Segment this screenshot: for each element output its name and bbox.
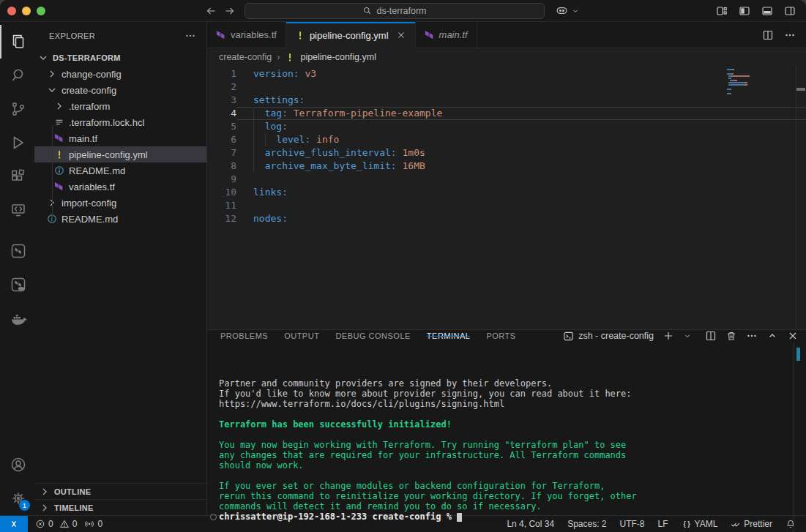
terminal-output[interactable]: Partner and community providers are sign… (207, 342, 806, 532)
minimap-line (727, 71, 761, 72)
tree-item-.terraform.lock.hcl[interactable]: .terraform.lock.hcl (34, 114, 206, 130)
tab-variables.tf[interactable]: variables.tf (207, 22, 286, 48)
panel-tab-problems[interactable]: PROBLEMS (220, 330, 268, 342)
activity-bar-item-explorer[interactable] (0, 25, 34, 59)
ports-count: 0 (97, 519, 102, 529)
toggle-sidebar-icon[interactable] (739, 5, 750, 17)
editor[interactable]: 1 version: v3 2 3 settings: 4 tag: Terra… (207, 66, 806, 329)
kill-terminal-icon[interactable] (725, 330, 737, 342)
tree-item-readme.md[interactable]: README.md (34, 162, 206, 179)
terraform-icon (216, 30, 226, 40)
sidebar-section-timeline[interactable]: TIMELINE (34, 499, 206, 515)
close-tab-icon[interactable] (396, 30, 406, 40)
breadcrumb[interactable]: create-config › pipeline-config.yml (207, 48, 806, 66)
tree-item-main.tf[interactable]: main.tf (34, 130, 206, 146)
terminal-launch-dropdown-icon[interactable] (683, 330, 692, 342)
split-editor-icon[interactable] (762, 29, 774, 41)
error-icon (35, 519, 45, 529)
scrollbar[interactable] (796, 66, 806, 329)
customize-layout-icon[interactable] (716, 5, 728, 17)
line-number: 11 (207, 199, 236, 212)
account-icon (10, 456, 27, 473)
activity-bar: 1 (0, 22, 34, 515)
tree-item-.terraform[interactable]: .terraform (34, 98, 206, 114)
breadcrumb-file[interactable]: pipeline-config.yml (300, 52, 376, 62)
activity-bar-item-source-control[interactable] (0, 92, 34, 126)
remote-indicator[interactable] (0, 516, 28, 532)
tree-item-label: main.tf (69, 133, 97, 144)
chevron-right-icon (46, 68, 58, 80)
code-token: nodes: (253, 213, 288, 224)
minimize-traffic-light[interactable] (22, 7, 31, 15)
close-panel-icon[interactable] (787, 330, 799, 342)
line-content: archive_max_byte_limit: 16MB (236, 160, 806, 173)
info-icon (53, 165, 65, 176)
terminal-session[interactable]: zsh - create-config (563, 331, 654, 342)
panel-tab-debug-console[interactable]: DEBUG CONSOLE (335, 330, 410, 342)
settings-badge: 1 (19, 500, 30, 511)
remote-explorer-icon (10, 201, 27, 219)
new-terminal-icon[interactable] (663, 330, 674, 342)
editor-more-actions-icon[interactable] (784, 29, 796, 41)
file-lines-icon (53, 116, 65, 128)
code-token (253, 108, 265, 119)
activity-bar-item-docker[interactable] (0, 301, 34, 335)
indent-guide (253, 107, 254, 173)
forward-icon[interactable] (224, 5, 236, 17)
terminal-icon (563, 331, 574, 342)
tree-item-ds-terraform[interactable]: DS-TERRAFORM (34, 50, 206, 66)
minimap-line (727, 75, 761, 77)
ports-indicator[interactable]: 0 (84, 519, 102, 529)
panel-more-actions-icon[interactable] (746, 330, 758, 342)
error-count: 0 (48, 519, 53, 529)
code-line: 12 nodes: (207, 212, 806, 225)
minimap[interactable] (727, 69, 761, 95)
chevron-right-icon (39, 502, 51, 514)
activity-bar-item-manage[interactable]: 1 (0, 482, 34, 515)
breadcrumb-separator: › (277, 52, 280, 62)
toggle-secondary-sidebar-icon[interactable] (784, 5, 796, 17)
tree-item-import-config[interactable]: import-config (34, 195, 206, 211)
tab-label: pipeline-config.yml (310, 30, 389, 41)
tree-item-readme.md[interactable]: README.md (34, 211, 206, 227)
tree-item-variables.tf[interactable]: variables.tf (34, 179, 206, 195)
toggle-panel-icon[interactable] (761, 5, 773, 17)
panel-tab-terminal[interactable]: TERMINAL (427, 330, 471, 342)
activity-bar-item-search[interactable] (0, 59, 34, 92)
code-line: 8 archive_max_byte_limit: 16MB (207, 160, 806, 173)
code-line: 9 (207, 173, 806, 186)
breadcrumb-folder[interactable]: create-config (219, 52, 272, 62)
terminal-line: Partner and community providers are sign… (219, 378, 806, 389)
tab-pipeline-config.yml[interactable]: pipeline-config.yml (286, 22, 416, 48)
tree-item-pipeline-config.yml[interactable]: pipeline-config.yml (34, 146, 206, 162)
copilot-menu[interactable] (555, 4, 580, 18)
search-icon (10, 67, 27, 84)
minimap-line (727, 84, 761, 86)
activity-bar-item-remote-explorer[interactable] (0, 193, 34, 227)
problems-indicator[interactable]: 0 0 (35, 519, 77, 529)
tab-main.tf[interactable]: main.tf (416, 22, 477, 48)
activity-bar-item-run-and-debug[interactable] (0, 126, 34, 160)
panel-tab-ports[interactable]: PORTS (486, 330, 515, 342)
back-icon[interactable] (205, 5, 217, 17)
split-terminal-icon[interactable] (705, 330, 717, 342)
command-center-search[interactable]: ds-terraform (245, 3, 545, 19)
activity-bar-item-accounts[interactable] (0, 448, 34, 482)
explorer-title: EXPLORER (49, 31, 95, 40)
panel-tab-output[interactable]: OUTPUT (284, 330, 319, 342)
tree-item-create-config[interactable]: create-config (34, 82, 206, 98)
activity-bar-item-terraform[interactable] (0, 234, 34, 268)
line-number: 9 (207, 173, 236, 186)
code-token: v3 (299, 68, 316, 79)
tree-item-change-config[interactable]: change-config (34, 66, 206, 82)
activity-bar-item-terraform-cloud[interactable] (0, 268, 34, 301)
maximize-panel-icon[interactable] (766, 330, 778, 342)
sidebar-section-outline[interactable]: OUTLINE (34, 483, 206, 499)
close-traffic-light[interactable] (7, 7, 16, 15)
activity-bar-item-extensions[interactable] (0, 160, 34, 193)
line-number: 3 (207, 94, 236, 107)
terminal-line: If you ever set or change modules or bac… (219, 481, 806, 491)
zoom-traffic-light[interactable] (37, 7, 45, 15)
explorer-more-actions-icon[interactable] (184, 30, 196, 42)
remote-icon (9, 519, 19, 529)
